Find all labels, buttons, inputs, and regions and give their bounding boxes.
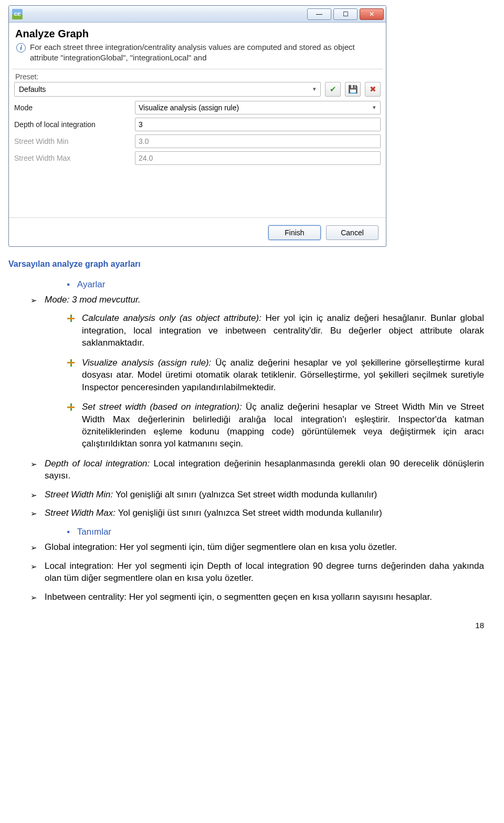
list-item: ➢ Inbetween centrality: Her yol segmenti…	[30, 591, 484, 603]
list-item: Calculate analysis only (as object attri…	[67, 312, 484, 349]
square-bullet-icon: ■	[67, 529, 70, 535]
page-number: 18	[5, 621, 484, 630]
swmin-label: Street Width Min	[14, 137, 135, 145]
preset-value: Defaults	[19, 85, 46, 93]
plus-icon	[67, 315, 75, 322]
list-item: Set street width (based on integration):…	[67, 401, 484, 450]
list-item: ➢ Local integration: Her yol segmenti iç…	[30, 560, 484, 585]
minimize-button[interactable]: —	[307, 8, 331, 20]
swmax-field: 24.0	[135, 151, 381, 165]
list-item: ➢ Street Width Min: Yol genişliği alt sı…	[30, 488, 484, 501]
info-icon: i	[16, 43, 26, 53]
dialog-info-text: For each street three integration/centra…	[30, 42, 380, 64]
finish-button[interactable]: Finish	[268, 225, 321, 240]
window-controls: — ☐ ✕	[305, 8, 386, 20]
preset-delete-icon[interactable]: ✖	[365, 82, 381, 97]
swmin-field: 3.0	[135, 134, 381, 148]
depth-label: Depth of local integration	[14, 120, 135, 129]
list-item: ➢ Depth of local integration: Local inte…	[30, 457, 484, 482]
window-titlebar: CE — ☐ ✕	[9, 6, 386, 23]
list-item: ➢ Street Width Max: Yol genişliği üst sı…	[30, 507, 484, 519]
preset-save-icon[interactable]: 💾	[345, 82, 361, 97]
arrow-icon: ➢	[30, 592, 37, 603]
plus-icon	[67, 403, 75, 411]
arrow-icon: ➢	[30, 459, 37, 482]
list-item: Visualize analysis (assign rule): Üç ana…	[67, 357, 484, 393]
list-item: ➢ Global integration: Her yol segmenti i…	[30, 541, 484, 553]
arrow-icon: ➢	[30, 508, 37, 519]
divider	[12, 69, 383, 69]
preset-label: Preset:	[9, 72, 386, 81]
dialog-title: Analyze Graph	[9, 23, 386, 42]
analyze-graph-dialog: CE — ☐ ✕ Analyze Graph i For each street…	[8, 5, 386, 247]
figure-caption: Varsayılan analyze graph ayarları	[8, 259, 499, 269]
preset-dropdown[interactable]: Defaults	[14, 82, 321, 97]
maximize-button[interactable]: ☐	[333, 8, 358, 20]
arrow-icon: ➢	[30, 542, 37, 553]
mode-dropdown[interactable]: Visualize analysis (assign rule)	[135, 101, 381, 114]
app-icon: CE	[12, 9, 23, 19]
dialog-body: Analyze Graph i For each street three in…	[9, 23, 386, 246]
close-button[interactable]: ✕	[360, 8, 384, 20]
arrow-icon: ➢	[30, 295, 37, 306]
list-item: ➢ Mode: 3 mod mevcuttur.	[30, 294, 484, 306]
arrow-icon: ➢	[30, 489, 37, 501]
depth-field[interactable]: 3	[135, 118, 381, 131]
preset-apply-icon[interactable]: ✔	[325, 82, 341, 97]
section-heading-tanimlar: ■ Tanımlar	[67, 526, 484, 538]
arrow-icon: ➢	[30, 561, 37, 585]
form-grid: Mode Visualize analysis (assign rule) De…	[9, 101, 386, 165]
preset-row: Defaults ✔ 💾 ✖	[9, 81, 386, 101]
swmax-label: Street Width Max	[14, 154, 135, 162]
cancel-button[interactable]: Cancel	[326, 225, 379, 240]
plus-icon	[67, 359, 75, 367]
dialog-info-row: i For each street three integration/cent…	[9, 42, 386, 69]
section-heading-ayarla: ■ Ayarlar	[67, 278, 484, 290]
dialog-footer: Finish Cancel	[9, 217, 386, 240]
mode-label: Mode	[14, 103, 135, 112]
square-bullet-icon: ■	[67, 282, 70, 287]
